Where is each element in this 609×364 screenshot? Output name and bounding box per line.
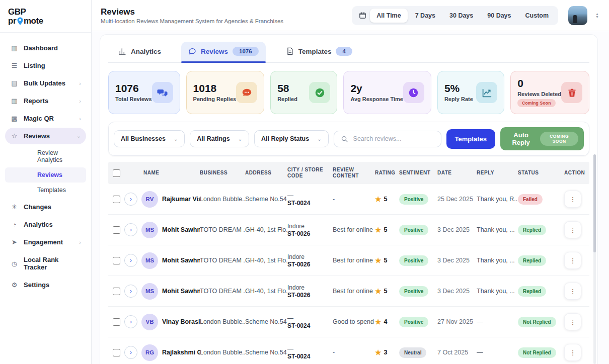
- row-checkbox[interactable]: [113, 288, 120, 295]
- sidebar-item-icon: ▩: [10, 115, 19, 122]
- col-name: NAME: [124, 170, 200, 176]
- sidebar-item[interactable]: ▤ Bulk Updates ›: [5, 75, 86, 92]
- status-cell: Not Replied: [518, 347, 564, 358]
- sidebar-item[interactable]: ⚙ Settings: [5, 277, 86, 293]
- stat-replied: 58Replied: [270, 71, 337, 114]
- star-icon: ★: [375, 256, 382, 264]
- rating-value: 5: [384, 226, 388, 233]
- avatar: MS: [141, 283, 158, 300]
- chevron-down-icon: ⌄: [238, 136, 242, 142]
- sidebar-item[interactable]: ✳ Changes: [5, 199, 86, 215]
- rating-cell: ★ 4: [375, 318, 399, 326]
- avatar: MS: [141, 252, 158, 269]
- review-content-cell: Best for online ...: [333, 226, 375, 233]
- city: Indore: [287, 284, 333, 291]
- col-address: ADDRESS: [245, 170, 287, 176]
- scrollbar-thumb[interactable]: [593, 154, 596, 252]
- sidebar-item[interactable]: ▩ Magic QR ›: [5, 110, 86, 127]
- tab-templates[interactable]: Templates 4: [279, 42, 359, 62]
- sidebar-item[interactable]: Reviews: [5, 167, 86, 183]
- search-input[interactable]: [353, 135, 434, 142]
- date-range-option[interactable]: 90 Days: [481, 9, 517, 23]
- business-cell: London Bubble...: [200, 196, 245, 203]
- chevron-icon: ›: [79, 116, 81, 122]
- row-actions-menu-button[interactable]: ⋮: [564, 313, 581, 330]
- sidebar-item-icon: ➤: [10, 238, 19, 246]
- businesses-dropdown[interactable]: All Businesses ⌄: [114, 130, 185, 147]
- auto-reply-button[interactable]: Auto Reply COMING SOON: [500, 127, 584, 150]
- businesses-dropdown-label: All Businesses: [121, 135, 166, 142]
- reply-cell: Thank you, R...: [477, 196, 518, 203]
- city-store-cell: Indore ST-0026: [287, 253, 333, 268]
- select-all-checkbox[interactable]: [113, 169, 120, 177]
- table-row: › MS Mohit Sawhn TOTO DREAM ... GH-40, 1…: [108, 215, 589, 245]
- business-cell: London Bubble...: [200, 349, 245, 356]
- sidebar-item[interactable]: ▦ Dashboard: [5, 40, 86, 56]
- reply-status-dropdown[interactable]: All Reply Status ⌄: [254, 130, 329, 147]
- status-badge: Not Replied: [518, 347, 556, 358]
- sentiment-badge: Positive: [399, 255, 428, 266]
- status-badge: Replied: [518, 286, 546, 297]
- stat-value: 1076: [115, 83, 152, 94]
- sentiment-badge: Positive: [399, 194, 428, 205]
- row-checkbox[interactable]: [113, 226, 120, 234]
- date-range-option[interactable]: Custom: [519, 9, 556, 23]
- status-cell: Failed: [518, 194, 564, 205]
- store-code: ST-0024: [287, 322, 333, 329]
- date-range-option[interactable]: 7 Days: [409, 9, 442, 23]
- rating-value: 4: [384, 318, 388, 325]
- sidebar-item[interactable]: ☰ Listing: [5, 57, 86, 74]
- row-actions-menu-button[interactable]: ⋮: [564, 344, 581, 361]
- date-range-option[interactable]: All Time: [370, 9, 407, 23]
- city-store-cell: — ST-0024: [287, 345, 333, 360]
- city: —: [287, 345, 333, 352]
- row-actions-menu-button[interactable]: ⋮: [564, 283, 581, 300]
- account-switcher-chevrons-icon[interactable]: ▲▼: [595, 13, 599, 19]
- expand-row-button[interactable]: ›: [124, 346, 137, 359]
- city: Indore: [287, 253, 333, 260]
- stat-value: 1018: [193, 83, 237, 94]
- expand-row-button[interactable]: ›: [124, 193, 137, 206]
- table-row: › RG Rajlakshmi G London Bubble... Schem…: [108, 337, 589, 364]
- ratings-dropdown[interactable]: All Ratings ⌄: [190, 130, 249, 147]
- date-cell: 27 Nov 2025: [437, 318, 477, 325]
- sidebar-item[interactable]: ◷ Local Rank Tracker: [5, 251, 86, 276]
- templates-button[interactable]: Templates: [446, 129, 495, 149]
- status-cell: Replied: [518, 255, 564, 266]
- sidebar-item[interactable]: ☆ Reviews ⌄: [5, 128, 86, 144]
- stat-label: Avg Response Time: [350, 96, 403, 102]
- sidebar-item[interactable]: Review Analytics: [5, 145, 86, 167]
- sidebar-item[interactable]: Templates: [5, 183, 86, 198]
- sidebar-item[interactable]: ▥ Reports ›: [5, 93, 86, 109]
- expand-row-button[interactable]: ›: [124, 254, 137, 267]
- row-checkbox[interactable]: [113, 257, 120, 264]
- stat-label: Pending Replies: [193, 96, 237, 102]
- row-checkbox[interactable]: [113, 196, 120, 203]
- name-cell: › MS Mohit Sawhn: [124, 283, 200, 300]
- row-actions-menu-button[interactable]: ⋮: [564, 191, 581, 208]
- user-avatar[interactable]: [568, 6, 587, 25]
- sidebar-item[interactable]: ◔ Analytics: [5, 216, 86, 233]
- sidebar-item-icon: ◷: [10, 260, 19, 267]
- date-range-option[interactable]: 30 Days: [443, 9, 480, 23]
- star-icon: ★: [375, 287, 382, 295]
- sentiment-cell: Neutral: [399, 347, 437, 358]
- row-checkbox[interactable]: [113, 349, 120, 356]
- sidebar-item[interactable]: ➤ Engagement ›: [5, 234, 86, 250]
- expand-row-button[interactable]: ›: [124, 315, 137, 328]
- expand-row-button[interactable]: ›: [124, 285, 137, 298]
- tab-reviews[interactable]: Reviews 1076: [181, 42, 266, 62]
- sentiment-badge: Positive: [399, 286, 428, 297]
- expand-row-button[interactable]: ›: [124, 223, 137, 236]
- filter-bar: All Businesses ⌄ All Ratings ⌄ All Reply…: [108, 122, 589, 156]
- row-actions-menu-button[interactable]: ⋮: [564, 221, 581, 238]
- row-checkbox[interactable]: [113, 318, 120, 326]
- row-actions-menu-button[interactable]: ⋮: [564, 252, 581, 269]
- review-content-cell: Good to spend ...: [333, 318, 375, 325]
- reviewer-name: Mohit Sawhn: [162, 226, 200, 233]
- name-cell: › MS Mohit Sawhn: [124, 252, 200, 269]
- col-review-content: REVIEW CONTENT: [333, 167, 375, 179]
- chat-dots-icon: [236, 82, 257, 103]
- tab-analytics[interactable]: Analytics: [111, 42, 168, 62]
- row-checkbox-cell: [108, 288, 124, 295]
